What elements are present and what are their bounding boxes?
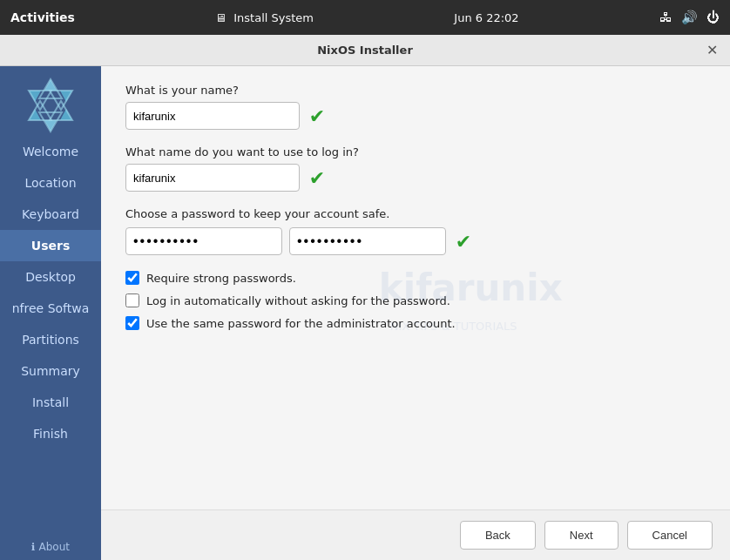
main-content: kifarunix NIX TIPS & TUTORIALS What is y… bbox=[101, 66, 730, 509]
strong-password-checkbox[interactable] bbox=[125, 271, 139, 285]
back-button[interactable]: Back bbox=[460, 521, 536, 550]
next-button[interactable]: Next bbox=[544, 521, 618, 550]
sidebar-item-desktop[interactable]: Desktop bbox=[0, 261, 101, 293]
login-label: What name do you want to use to log in? bbox=[125, 145, 706, 159]
sidebar-item-summary[interactable]: Summary bbox=[0, 355, 101, 387]
network-icon[interactable]: 🖧 bbox=[659, 10, 673, 25]
checkbox-row-strong: Require strong passwords. bbox=[125, 271, 706, 285]
power-icon[interactable]: ⏻ bbox=[706, 10, 720, 25]
window-titlebar: NixOS Installer ✕ bbox=[0, 35, 730, 66]
install-system-icon: 🖥 bbox=[215, 11, 226, 24]
admin-password-label[interactable]: Use the same password for the administra… bbox=[146, 317, 456, 330]
sidebar-item-partitions[interactable]: Partitions bbox=[0, 324, 101, 355]
topbar-right: 🖧 🔊 ⏻ bbox=[659, 10, 720, 25]
admin-password-checkbox[interactable] bbox=[125, 316, 139, 330]
window-title: NixOS Installer bbox=[26, 44, 704, 57]
nixos-installer-window: NixOS Installer ✕ Welcome Location bbox=[0, 35, 730, 560]
password-input[interactable] bbox=[125, 227, 282, 255]
activities-button[interactable]: Activities bbox=[10, 10, 75, 24]
sidebar-item-finish[interactable]: Finish bbox=[0, 418, 101, 449]
sidebar: Welcome Location Keyboard Users Desktop … bbox=[0, 66, 101, 560]
sidebar-item-welcome[interactable]: Welcome bbox=[0, 136, 101, 167]
window-body: Welcome Location Keyboard Users Desktop … bbox=[0, 66, 730, 560]
window-close-button[interactable]: ✕ bbox=[704, 43, 720, 58]
datetime: Jun 6 22:02 bbox=[454, 11, 518, 24]
name-input-row: ✔ bbox=[125, 102, 706, 130]
autologin-checkbox[interactable] bbox=[125, 293, 139, 307]
strong-password-label[interactable]: Require strong passwords. bbox=[146, 272, 296, 285]
login-input-row: ✔ bbox=[125, 164, 706, 192]
sidebar-item-install[interactable]: Install bbox=[0, 387, 101, 418]
cancel-button[interactable]: Cancel bbox=[627, 521, 713, 550]
password-group: Choose a password to keep your account s… bbox=[125, 207, 706, 255]
footer: Back Next Cancel bbox=[101, 509, 730, 560]
app-name: Install System bbox=[233, 11, 314, 24]
sidebar-item-users[interactable]: Users bbox=[0, 230, 101, 261]
checkbox-row-autologin: Log in automatically without asking for … bbox=[125, 293, 706, 307]
info-icon: ℹ bbox=[31, 541, 36, 553]
sidebar-about[interactable]: ℹ About bbox=[0, 534, 101, 560]
sidebar-item-nfree[interactable]: nfree Softwa bbox=[0, 293, 101, 324]
name-group: What is your name? ✔ bbox=[125, 84, 706, 130]
password-row: ✔ bbox=[125, 227, 706, 255]
topbar-left: Activities bbox=[10, 10, 75, 24]
autologin-label[interactable]: Log in automatically without asking for … bbox=[146, 294, 450, 307]
sidebar-item-keyboard[interactable]: Keyboard bbox=[0, 199, 101, 230]
volume-icon[interactable]: 🔊 bbox=[681, 10, 698, 25]
name-label: What is your name? bbox=[125, 84, 706, 97]
name-valid-icon: ✔ bbox=[307, 105, 328, 126]
login-input[interactable] bbox=[125, 164, 300, 192]
login-group: What name do you want to use to log in? … bbox=[125, 145, 706, 192]
password-valid-icon: ✔ bbox=[453, 231, 474, 252]
checkbox-row-adminpwd: Use the same password for the administra… bbox=[125, 316, 706, 330]
checkbox-group: Require strong passwords. Log in automat… bbox=[125, 271, 706, 330]
password-label: Choose a password to keep your account s… bbox=[125, 207, 706, 220]
password-confirm-input[interactable] bbox=[289, 227, 446, 255]
login-valid-icon: ✔ bbox=[307, 167, 328, 188]
nixos-logo bbox=[20, 75, 81, 136]
sidebar-item-location[interactable]: Location bbox=[0, 167, 101, 199]
topbar: Activities 🖥 Install System Jun 6 22:02 … bbox=[0, 0, 730, 35]
name-input[interactable] bbox=[125, 102, 300, 130]
